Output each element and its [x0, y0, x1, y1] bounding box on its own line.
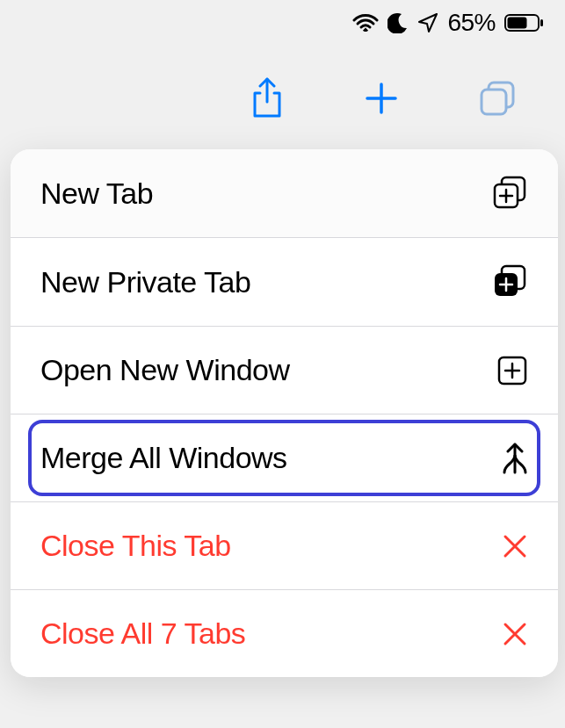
svg-rect-4: [482, 90, 506, 114]
menu-item-label: Close This Tab: [40, 529, 502, 563]
menu-item-open-new-window[interactable]: Open New Window: [11, 327, 558, 414]
new-private-tab-icon: [493, 264, 528, 299]
menu-item-label: Merge All Windows: [40, 441, 502, 475]
wifi-icon: [352, 13, 379, 32]
toolbar: [0, 63, 565, 133]
menu-item-label: New Private Tab: [40, 265, 493, 299]
new-tab-icon: [493, 176, 528, 211]
battery-percentage: 65%: [447, 9, 496, 37]
menu-item-new-tab[interactable]: New Tab: [11, 149, 558, 238]
menu-item-label: Close All 7 Tabs: [40, 616, 502, 651]
menu-item-label: Open New Window: [40, 353, 496, 387]
menu-item-merge-all-windows[interactable]: Merge All Windows: [11, 414, 558, 502]
do-not-disturb-icon: [388, 12, 409, 33]
battery-icon: [504, 14, 543, 32]
svg-rect-1: [508, 18, 527, 29]
merge-icon: [502, 442, 528, 475]
new-tab-button[interactable]: [364, 81, 399, 116]
menu-item-new-private-tab[interactable]: New Private Tab: [11, 238, 558, 327]
menu-item-label: New Tab: [40, 177, 493, 211]
share-button[interactable]: [250, 77, 285, 119]
close-icon: [502, 621, 528, 647]
new-window-icon: [496, 355, 528, 386]
location-icon: [417, 12, 438, 33]
context-menu: New Tab New Private Tab Open New Window: [11, 149, 558, 677]
tabs-button[interactable]: [478, 79, 517, 118]
menu-item-close-all-tabs[interactable]: Close All 7 Tabs: [11, 590, 558, 677]
menu-item-close-this-tab[interactable]: Close This Tab: [11, 502, 558, 590]
close-icon: [502, 533, 528, 559]
status-bar: 65%: [352, 9, 543, 37]
svg-rect-2: [540, 19, 543, 26]
